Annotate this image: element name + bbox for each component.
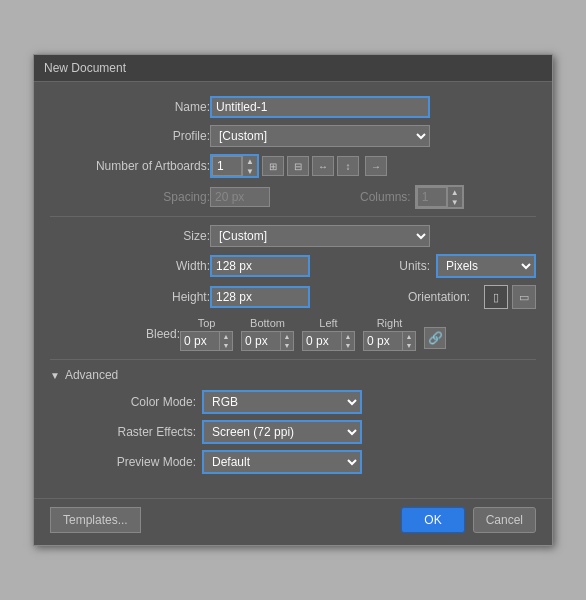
dialog-body: Name: Profile: [Custom] Number of Artboa… bbox=[34, 82, 552, 494]
height-input[interactable] bbox=[210, 286, 310, 308]
preview-mode-row: Preview Mode: Default bbox=[66, 450, 536, 474]
color-mode-row: Color Mode: RGB bbox=[66, 390, 536, 414]
spacing-label: Spacing: bbox=[50, 190, 210, 204]
bleed-bottom-input[interactable] bbox=[242, 332, 280, 350]
artboards-input[interactable] bbox=[212, 156, 242, 176]
advanced-toggle[interactable]: ▼ Advanced bbox=[50, 368, 536, 382]
bleed-bottom-up[interactable]: ▲ bbox=[281, 332, 293, 341]
units-select[interactable]: Pixels bbox=[436, 254, 536, 278]
divider-2 bbox=[50, 359, 536, 360]
artboards-row: Number of Artboards: ▲ ▼ ⊞ ⊟ ↔ ↕ → bbox=[50, 154, 536, 178]
bleed-bottom-spinner[interactable]: ▲ ▼ bbox=[241, 331, 294, 351]
bleed-right-arrows: ▲ ▼ bbox=[402, 332, 415, 350]
bleed-left-arrows: ▲ ▼ bbox=[341, 332, 354, 350]
bleed-top-spinner[interactable]: ▲ ▼ bbox=[180, 331, 233, 351]
arrange-grid-btn[interactable]: ⊞ bbox=[262, 156, 284, 176]
orientation-label: Orientation: bbox=[408, 290, 470, 304]
new-document-dialog: New Document Name: Profile: [Custom] Num… bbox=[33, 54, 553, 546]
bleed-left-up[interactable]: ▲ bbox=[342, 332, 354, 341]
bleed-right-up[interactable]: ▲ bbox=[403, 332, 415, 341]
width-input[interactable] bbox=[210, 255, 310, 277]
preview-mode-label: Preview Mode: bbox=[66, 455, 196, 469]
bleed-row: Bleed: Top ▲ ▼ Bottom ▲ ▼ bbox=[50, 317, 536, 351]
bleed-right-spinner[interactable]: ▲ ▼ bbox=[363, 331, 416, 351]
dialog-footer: Templates... OK Cancel bbox=[34, 498, 552, 545]
size-row: Size: [Custom] bbox=[50, 225, 536, 247]
arrange-up-down-btn[interactable]: ↕ bbox=[337, 156, 359, 176]
raster-effects-label: Raster Effects: bbox=[66, 425, 196, 439]
bleed-bottom-label: Bottom bbox=[250, 317, 285, 329]
bleed-label: Bleed: bbox=[50, 327, 180, 341]
bleed-left-label: Left bbox=[319, 317, 337, 329]
cancel-button[interactable]: Cancel bbox=[473, 507, 536, 533]
raster-effects-select[interactable]: Screen (72 ppi) bbox=[202, 420, 362, 444]
artboards-down[interactable]: ▼ bbox=[243, 166, 257, 176]
bleed-top-label: Top bbox=[198, 317, 216, 329]
columns-input[interactable] bbox=[417, 187, 447, 207]
bleed-top-group: Top ▲ ▼ bbox=[180, 317, 233, 351]
bleed-left-down[interactable]: ▼ bbox=[342, 341, 354, 350]
artboards-spinner[interactable]: ▲ ▼ bbox=[210, 154, 259, 178]
height-label: Height: bbox=[50, 290, 210, 304]
advanced-section: Color Mode: RGB Raster Effects: Screen (… bbox=[50, 390, 536, 474]
bleed-top-arrows: ▲ ▼ bbox=[219, 332, 232, 350]
link-bleed-btn[interactable]: 🔗 bbox=[424, 327, 446, 349]
columns-arrows: ▲ ▼ bbox=[447, 187, 462, 207]
bleed-right-down[interactable]: ▼ bbox=[403, 341, 415, 350]
ok-cancel-group: OK Cancel bbox=[401, 507, 536, 533]
bleed-right-group: Right ▲ ▼ bbox=[363, 317, 416, 351]
size-select[interactable]: [Custom] bbox=[210, 225, 430, 247]
columns-down[interactable]: ▼ bbox=[448, 197, 462, 207]
templates-button[interactable]: Templates... bbox=[50, 507, 141, 533]
name-input[interactable] bbox=[210, 96, 430, 118]
units-label: Units: bbox=[399, 259, 430, 273]
name-row: Name: bbox=[50, 96, 536, 118]
divider-1 bbox=[50, 216, 536, 217]
size-label: Size: bbox=[50, 229, 210, 243]
spacing-input[interactable] bbox=[210, 187, 270, 207]
artboards-up[interactable]: ▲ bbox=[243, 156, 257, 166]
move-right-btn[interactable]: → bbox=[365, 156, 387, 176]
arrange-row-btn[interactable]: ⊟ bbox=[287, 156, 309, 176]
spacing-row: Spacing: Columns: ▲ ▼ bbox=[50, 185, 536, 209]
advanced-label: Advanced bbox=[65, 368, 118, 382]
columns-up[interactable]: ▲ bbox=[448, 187, 462, 197]
orientation-icons: ▯ ▭ bbox=[484, 285, 536, 309]
name-label: Name: bbox=[50, 100, 210, 114]
bleed-right-label: Right bbox=[377, 317, 403, 329]
landscape-btn[interactable]: ▭ bbox=[512, 285, 536, 309]
width-label: Width: bbox=[50, 259, 210, 273]
bleed-left-spinner[interactable]: ▲ ▼ bbox=[302, 331, 355, 351]
artboards-arrows: ▲ ▼ bbox=[242, 156, 257, 176]
portrait-btn[interactable]: ▯ bbox=[484, 285, 508, 309]
color-mode-label: Color Mode: bbox=[66, 395, 196, 409]
ok-button[interactable]: OK bbox=[401, 507, 464, 533]
profile-select[interactable]: [Custom] bbox=[210, 125, 430, 147]
dialog-title: New Document bbox=[34, 55, 552, 82]
columns-spinner[interactable]: ▲ ▼ bbox=[415, 185, 464, 209]
color-mode-select[interactable]: RGB bbox=[202, 390, 362, 414]
preview-mode-select[interactable]: Default bbox=[202, 450, 362, 474]
bleed-top-up[interactable]: ▲ bbox=[220, 332, 232, 341]
height-orientation-row: Height: Orientation: ▯ ▭ bbox=[50, 285, 536, 309]
bleed-top-down[interactable]: ▼ bbox=[220, 341, 232, 350]
raster-effects-row: Raster Effects: Screen (72 ppi) bbox=[66, 420, 536, 444]
bleed-bottom-down[interactable]: ▼ bbox=[281, 341, 293, 350]
bleed-top-input[interactable] bbox=[181, 332, 219, 350]
artboards-label: Number of Artboards: bbox=[50, 159, 210, 173]
profile-row: Profile: [Custom] bbox=[50, 125, 536, 147]
bleed-bottom-group: Bottom ▲ ▼ bbox=[241, 317, 294, 351]
bleed-right-input[interactable] bbox=[364, 332, 402, 350]
bleed-left-group: Left ▲ ▼ bbox=[302, 317, 355, 351]
columns-label: Columns: bbox=[360, 190, 411, 204]
arrange-left-right-btn[interactable]: ↔ bbox=[312, 156, 334, 176]
profile-label: Profile: bbox=[50, 129, 210, 143]
bleed-left-input[interactable] bbox=[303, 332, 341, 350]
advanced-triangle-icon: ▼ bbox=[50, 370, 60, 381]
bleed-bottom-arrows: ▲ ▼ bbox=[280, 332, 293, 350]
width-units-row: Width: Units: Pixels bbox=[50, 254, 536, 278]
